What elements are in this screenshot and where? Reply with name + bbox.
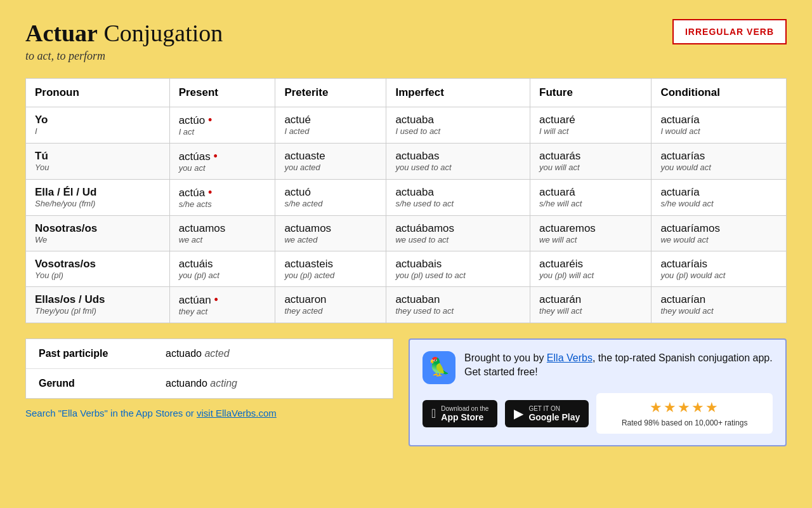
table-row: Yo I actúo • I act actué I acted actuaba… xyxy=(26,107,787,144)
pronoun-cell: Ella / Él / Ud She/he/you (fml) xyxy=(26,180,170,216)
future-cell: actuarán they will act xyxy=(530,287,652,323)
future-cell: actuarás you will act xyxy=(530,144,652,180)
star-rating: ★★★★★ xyxy=(606,399,763,416)
future-cell: actuaré I will act xyxy=(530,107,652,144)
imperfect-cell: actuabas you used to act xyxy=(386,144,530,180)
future-cell: actuará s/he will act xyxy=(530,180,652,216)
conditional-cell: actuaría s/he would act xyxy=(652,180,787,216)
page-title: Actuar Conjugation xyxy=(25,19,223,47)
present-cell: actúo • I act xyxy=(169,107,275,144)
preterite-cell: actuamos we acted xyxy=(275,216,386,251)
col-present: Present xyxy=(169,79,275,107)
imperfect-cell: actuaba s/he used to act xyxy=(386,180,530,216)
irregular-verb-badge: IRREGULAR VERB xyxy=(672,19,787,44)
app-store-badge[interactable]:  Download on the App Store xyxy=(422,400,497,427)
past-participle-value: actuado acted xyxy=(166,348,230,359)
preterite-cell: actué I acted xyxy=(275,107,386,144)
present-cell: actúan • they act xyxy=(169,287,275,323)
svg-text:🦜: 🦜 xyxy=(428,356,450,377)
google-play-badge[interactable]: ▶ GET IT ON Google Play xyxy=(505,400,589,427)
apple-icon:  xyxy=(431,406,436,421)
title-block: Actuar Conjugation to act, to perform xyxy=(25,19,223,63)
preterite-cell: actuasteis you (pl) acted xyxy=(275,251,386,287)
preterite-cell: actuaron they acted xyxy=(275,287,386,323)
past-participle-row: Past participle actuado acted xyxy=(26,339,393,369)
gerund-row: Gerund actuando acting xyxy=(26,369,393,398)
preterite-cell: actuaste you acted xyxy=(275,144,386,180)
table-header-row: Pronoun Present Preterite Imperfect Futu… xyxy=(26,79,787,107)
rating-text: Rated 98% based on 10,000+ ratings xyxy=(606,418,763,427)
ella-verbs-app-icon: 🦜 xyxy=(422,351,455,384)
page-subtitle: to act, to perform xyxy=(25,50,223,63)
conditional-cell: actuaría I would act xyxy=(652,107,787,144)
future-cell: actuaréis you (pl) will act xyxy=(530,251,652,287)
imperfect-cell: actuaban they used to act xyxy=(386,287,530,323)
conjugation-table: Pronoun Present Preterite Imperfect Futu… xyxy=(25,78,787,323)
table-row: Ellas/os / Uds They/you (pl fml) actúan … xyxy=(26,287,787,323)
promo-description: Brought to you by Ella Verbs, the top-ra… xyxy=(464,351,773,380)
present-cell: actúa • s/he acts xyxy=(169,180,275,216)
conditional-cell: actuaríais you (pl) would act xyxy=(652,251,787,287)
present-cell: actuamos we act xyxy=(169,216,275,251)
gerund-label: Gerund xyxy=(39,378,166,389)
future-cell: actuaremos we will act xyxy=(530,216,652,251)
promo-top: 🦜 Brought to you by Ella Verbs, the top-… xyxy=(422,351,773,384)
imperfect-cell: actuábamos we used to act xyxy=(386,216,530,251)
ratings-box: ★★★★★ Rated 98% based on 10,000+ ratings xyxy=(596,393,773,434)
pronoun-cell: Yo I xyxy=(26,107,170,144)
search-text: Search "Ella Verbs" in the App Stores or… xyxy=(25,408,393,418)
present-cell: actúas • you act xyxy=(169,144,275,180)
col-future: Future xyxy=(530,79,652,107)
google-play-icon: ▶ xyxy=(514,406,523,421)
conditional-cell: actuarían they would act xyxy=(652,287,787,323)
participle-section: Past participle actuado acted Gerund act… xyxy=(25,338,393,418)
preterite-cell: actuó s/he acted xyxy=(275,180,386,216)
col-conditional: Conditional xyxy=(652,79,787,107)
pronoun-cell: Nosotras/os We xyxy=(26,216,170,251)
table-row: Tú You actúas • you act actuaste you act… xyxy=(26,144,787,180)
pronoun-cell: Vosotras/os You (pl) xyxy=(26,251,170,287)
ella-verbs-app-link[interactable]: Ella Verbs xyxy=(547,352,593,363)
col-preterite: Preterite xyxy=(275,79,386,107)
app-store-line2: App Store xyxy=(441,412,488,422)
table-row: Vosotras/os You (pl) actuáis you (pl) ac… xyxy=(26,251,787,287)
table-row: Nosotras/os We actuamos we act actuamos … xyxy=(26,216,787,251)
table-row: Ella / Él / Ud She/he/you (fml) actúa • … xyxy=(26,180,787,216)
bottom-section: Past participle actuado acted Gerund act… xyxy=(25,338,787,446)
pronoun-cell: Tú You xyxy=(26,144,170,180)
pronoun-cell: Ellas/os / Uds They/you (pl fml) xyxy=(26,287,170,323)
participle-table: Past participle actuado acted Gerund act… xyxy=(25,338,393,399)
col-imperfect: Imperfect xyxy=(386,79,530,107)
past-participle-label: Past participle xyxy=(39,348,166,359)
promo-bottom:  Download on the App Store ▶ GET IT ON … xyxy=(422,393,773,434)
promo-box: 🦜 Brought to you by Ella Verbs, the top-… xyxy=(409,338,787,446)
page-header: Actuar Conjugation to act, to perform IR… xyxy=(25,19,787,63)
gerund-value: actuando acting xyxy=(166,378,237,389)
conditional-cell: actuarías you would act xyxy=(652,144,787,180)
google-play-line2: Google Play xyxy=(528,412,580,422)
present-cell: actuáis you (pl) act xyxy=(169,251,275,287)
imperfect-cell: actuaba I used to act xyxy=(386,107,530,144)
col-pronoun: Pronoun xyxy=(26,79,170,107)
imperfect-cell: actuabais you (pl) used to act xyxy=(386,251,530,287)
google-play-line1: GET IT ON xyxy=(528,405,580,412)
app-store-line1: Download on the xyxy=(441,405,488,412)
conditional-cell: actuaríamos we would act xyxy=(652,216,787,251)
ella-verbs-link[interactable]: visit EllaVerbs.com xyxy=(197,408,277,418)
